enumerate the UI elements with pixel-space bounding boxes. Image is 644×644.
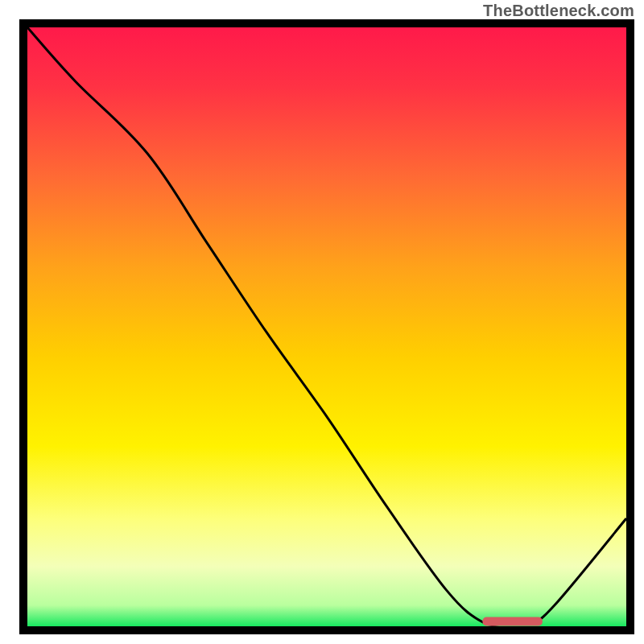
chart-svg	[27, 27, 626, 626]
chart-frame	[19, 19, 634, 634]
gradient-background	[27, 27, 626, 626]
plot-area	[27, 27, 626, 626]
optimal-range-marker	[482, 617, 542, 626]
attribution-label: TheBottleneck.com	[483, 2, 634, 20]
page-root: TheBottleneck.com	[0, 0, 644, 644]
